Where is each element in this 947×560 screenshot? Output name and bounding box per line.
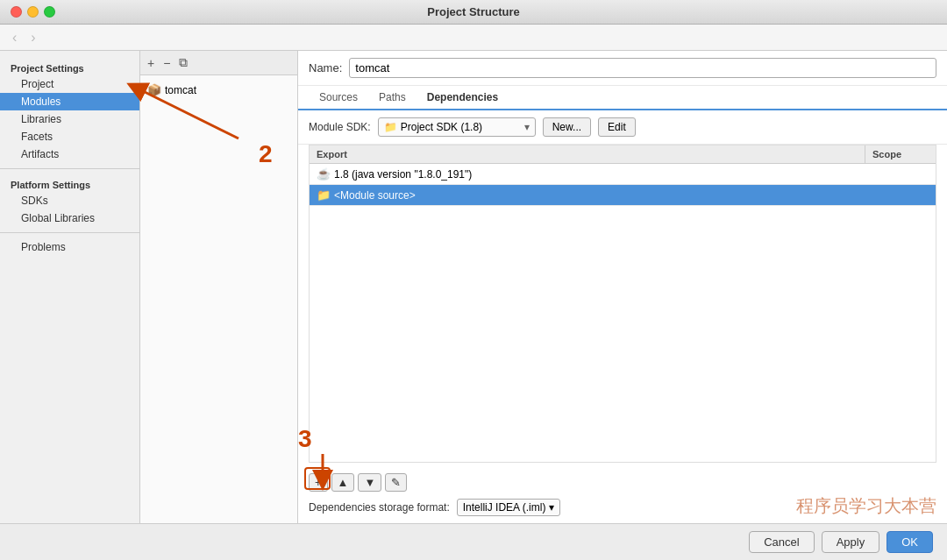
cancel-button[interactable]: Cancel <box>749 531 814 553</box>
sdk-arrow-icon: ▾ <box>524 121 530 133</box>
sidebar: Project Settings Project Modules Librari… <box>0 51 140 523</box>
tab-dependencies[interactable]: Dependencies <box>417 86 509 110</box>
tree-item-tomcat[interactable]: 📦 tomcat <box>140 81 297 99</box>
maximize-button[interactable] <box>44 6 55 18</box>
main-layout: Project Settings Project Modules Librari… <box>0 51 947 523</box>
tree-toolbar: + − ⧉ <box>140 51 297 75</box>
dep-toolbar: + ▲ ▼ ✎ <box>298 470 947 495</box>
ok-button[interactable]: OK <box>886 531 933 553</box>
footer: Cancel Apply OK <box>0 523 947 560</box>
title-bar: Project Structure <box>0 0 947 25</box>
name-input[interactable] <box>349 58 936 78</box>
tree-item-label: tomcat <box>165 84 196 96</box>
sdk-row: Module SDK: 📁 Project SDK (1.8) ▾ New...… <box>298 110 947 145</box>
name-row: Name: <box>298 51 947 86</box>
dep-icon-module-source: 📁 <box>317 188 331 202</box>
dependencies-table: Export Scope ☕ 1.8 (java version "1.8.0_… <box>309 145 936 463</box>
sdk-edit-button[interactable]: Edit <box>598 117 636 137</box>
dep-edit-button[interactable]: ✎ <box>385 473 407 492</box>
sidebar-item-artifacts[interactable]: Artifacts <box>0 145 139 163</box>
dep-up-button[interactable]: ▲ <box>331 473 355 492</box>
dep-label-jdk: 1.8 (java version "1.8.0_191") <box>334 168 472 181</box>
sdk-new-button[interactable]: New... <box>543 117 591 137</box>
tabs-row: Sources Paths Dependencies <box>298 86 947 110</box>
sdk-dropdown[interactable]: 📁 Project SDK (1.8) ▾ <box>378 117 536 137</box>
storage-label: Dependencies storage format: <box>309 501 450 514</box>
dep-row-left-jdk: ☕ 1.8 (java version "1.8.0_191") <box>310 164 865 184</box>
dep-table-header: Export Scope <box>310 145 936 164</box>
tab-paths[interactable]: Paths <box>368 86 417 110</box>
content-panel: Name: Sources Paths Dependencies Module … <box>298 51 947 523</box>
sdk-value: Project SDK (1.8) <box>401 121 482 133</box>
dep-icon-jdk: ☕ <box>317 167 331 181</box>
sidebar-item-modules[interactable]: Modules <box>0 93 139 110</box>
traffic-lights <box>11 6 55 18</box>
add-module-button[interactable]: + <box>144 54 158 72</box>
dep-row-jdk[interactable]: ☕ 1.8 (java version "1.8.0_191") <box>310 164 936 185</box>
tab-sources[interactable]: Sources <box>309 86 368 110</box>
storage-value: IntelliJ IDEA (.iml) <box>463 501 546 514</box>
storage-arrow-icon: ▾ <box>549 501 554 514</box>
module-icon: 📦 <box>147 83 161 96</box>
sidebar-item-project[interactable]: Project <box>0 75 139 93</box>
sidebar-item-facets[interactable]: Facets <box>0 128 139 145</box>
tree-content: 📦 tomcat <box>140 75 297 523</box>
name-label: Name: <box>309 61 342 74</box>
sidebar-item-global-libraries[interactable]: Global Libraries <box>0 209 139 227</box>
sidebar-item-sdks[interactable]: SDKs <box>0 192 139 209</box>
storage-dropdown[interactable]: IntelliJ IDEA (.iml) ▾ <box>457 499 561 516</box>
sdk-label: Module SDK: <box>309 121 371 133</box>
minimize-button[interactable] <box>27 6 39 18</box>
dep-row-module-source[interactable]: 📁 <Module source> <box>310 185 936 206</box>
window-title: Project Structure <box>427 5 519 18</box>
dep-down-button[interactable]: ▼ <box>358 473 381 492</box>
remove-module-button[interactable]: − <box>160 54 174 72</box>
forward-button[interactable]: › <box>27 28 39 47</box>
dep-header-export: Export <box>310 145 865 163</box>
apply-button[interactable]: Apply <box>822 531 880 553</box>
dep-scope-module-source <box>865 192 936 199</box>
back-button[interactable]: ‹ <box>9 28 20 47</box>
sidebar-divider <box>0 168 139 169</box>
module-tree-panel: + − ⧉ 📦 tomcat <box>140 51 298 523</box>
dep-scope-jdk <box>865 171 936 178</box>
sidebar-item-problems[interactable]: Problems <box>0 238 139 256</box>
dep-row-left-module-source: 📁 <Module source> <box>310 185 865 205</box>
close-button[interactable] <box>11 6 22 18</box>
project-settings-section: Project Settings <box>0 58 139 75</box>
sidebar-item-libraries[interactable]: Libraries <box>0 110 139 128</box>
nav-bar: ‹ › <box>0 25 947 51</box>
sidebar-divider-2 <box>0 232 139 233</box>
dep-add-button[interactable]: + <box>309 473 328 492</box>
dep-header-scope: Scope <box>865 145 936 163</box>
sdk-icon: 📁 <box>384 121 397 133</box>
copy-module-button[interactable]: ⧉ <box>175 53 191 72</box>
platform-settings-section: Platform Settings <box>0 174 139 192</box>
dep-label-module-source: <Module source> <box>334 189 416 202</box>
storage-row: Dependencies storage format: IntelliJ ID… <box>298 495 947 523</box>
